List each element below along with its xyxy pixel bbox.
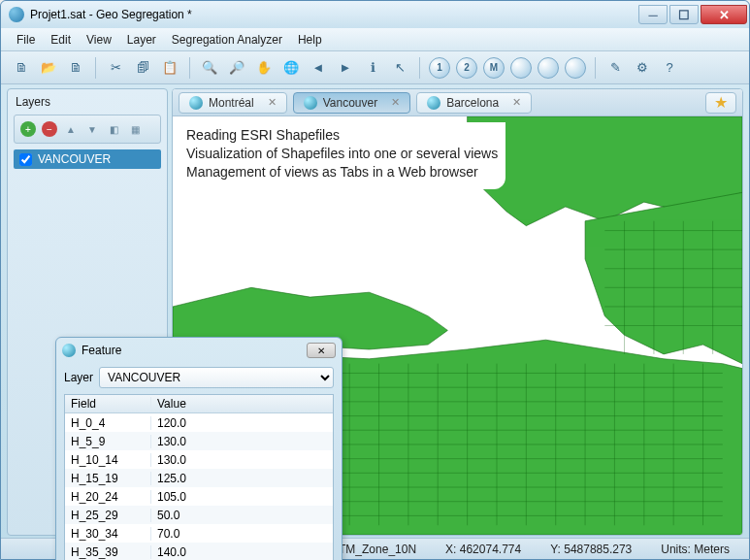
separator <box>189 57 190 79</box>
col-value: Value <box>150 397 333 411</box>
table-row[interactable]: H_30_3470.0 <box>65 524 333 543</box>
table-row[interactable]: H_35_39140.0 <box>65 543 333 560</box>
settings-icon[interactable]: ⚙ <box>632 57 653 79</box>
menu-segregation-analyzer[interactable]: Segregation Analyzer <box>166 31 288 49</box>
tab-label: Barcelona <box>446 96 499 110</box>
move-down-icon[interactable]: ▼ <box>84 121 100 137</box>
tool-1-icon[interactable]: 1 <box>429 57 450 79</box>
status-x: X: 462074.774 <box>445 543 521 556</box>
table-row[interactable]: H_5_9130.0 <box>65 432 333 450</box>
remove-layer-icon[interactable]: − <box>42 121 57 137</box>
table-row[interactable]: H_25_2950.0 <box>65 506 333 524</box>
toolbar: 🗎 📂 🗎 ✂ 🗐 📋 🔍 🔎 ✋ 🌐 ◄ ► ℹ ↖ 1 2 M ✎ ⚙ ? <box>1 51 749 84</box>
menu-layer[interactable]: Layer <box>121 31 162 49</box>
menu-file[interactable]: File <box>11 31 41 49</box>
cut-icon[interactable]: ✂ <box>105 57 126 79</box>
layer-visibility-checkbox[interactable] <box>19 153 32 166</box>
feature-layer-row: Layer VANCOUVER <box>56 363 342 392</box>
tab-barcelona[interactable]: Barcelona ✕ <box>416 92 532 114</box>
overlay-line: Management of views as Tabs in a Web bro… <box>186 163 498 181</box>
close-tab-icon[interactable]: ✕ <box>391 96 400 109</box>
globe-icon[interactable]: 🌐 <box>280 57 302 79</box>
add-layer-icon[interactable]: + <box>20 121 36 137</box>
tool-orb-a-icon[interactable] <box>510 57 532 79</box>
status-units: Units: Meters <box>661 543 730 556</box>
info-icon[interactable]: ℹ <box>362 57 383 79</box>
menubar: File Edit View Layer Segregation Analyze… <box>1 28 749 51</box>
close-tab-icon[interactable]: ✕ <box>268 96 277 109</box>
minimize-button[interactable]: ─ <box>638 5 668 24</box>
feature-dialog-title: Feature <box>82 344 307 357</box>
separator <box>595 57 596 79</box>
table-header-row: Field Value <box>65 395 333 413</box>
feature-icon <box>62 344 76 357</box>
overlay-caption: Reading ESRI Shapefiles Visualization of… <box>179 122 505 189</box>
overlay-line: Reading ESRI Shapefiles <box>186 126 498 145</box>
separator <box>95 57 96 79</box>
layer-item-label: VANCOUVER <box>38 152 111 166</box>
paste-icon[interactable]: 📋 <box>159 57 180 79</box>
layer-action-a-icon[interactable]: ◧ <box>106 121 121 137</box>
feature-dialog-header[interactable]: Feature ✕ <box>56 338 342 363</box>
content-area: Layers + − ▲ ▼ ◧ ▦ VANCOUVER Montréal ✕ <box>1 84 749 538</box>
layers-panel-title: Layers <box>8 89 167 115</box>
overlay-line: Visualization of Shapefiles into one or … <box>186 145 498 163</box>
globe-icon <box>189 96 203 110</box>
tab-vancouver[interactable]: Vancouver ✕ <box>293 92 410 114</box>
feature-layer-select[interactable]: VANCOUVER <box>99 367 334 388</box>
tool-m-icon[interactable]: M <box>483 57 505 79</box>
tool-orb-c-icon[interactable] <box>565 57 586 79</box>
globe-icon <box>427 96 440 110</box>
col-field: Field <box>65 397 150 411</box>
layer-item[interactable]: VANCOUVER <box>14 149 161 169</box>
tool-2-icon[interactable]: 2 <box>456 57 477 79</box>
table-row[interactable]: H_10_14130.0 <box>65 450 333 469</box>
status-y: Y: 5487885.273 <box>550 543 632 556</box>
menu-edit[interactable]: Edit <box>45 31 77 49</box>
globe-icon <box>304 96 317 110</box>
move-up-icon[interactable]: ▲ <box>63 121 79 137</box>
table-row[interactable]: H_0_4120.0 <box>65 413 333 432</box>
tabstrip: Montréal ✕ Vancouver ✕ Barcelona ✕ ★ <box>173 89 742 116</box>
table-row[interactable]: H_15_19125.0 <box>65 469 333 487</box>
pointer-icon[interactable]: ↖ <box>389 57 410 79</box>
forward-icon[interactable]: ► <box>335 57 356 79</box>
maximize-button[interactable]: ☐ <box>669 5 699 24</box>
pan-icon[interactable]: ✋ <box>253 57 275 79</box>
tool-orb-b-icon[interactable] <box>538 57 559 79</box>
help-icon[interactable]: ? <box>659 57 680 79</box>
app-icon <box>9 7 24 22</box>
feature-layer-label: Layer <box>64 371 93 384</box>
back-icon[interactable]: ◄ <box>308 57 329 79</box>
separator <box>419 57 420 79</box>
feature-dialog-close-button[interactable]: ✕ <box>307 343 336 358</box>
copy-icon[interactable]: 🗐 <box>132 57 153 79</box>
close-tab-icon[interactable]: ✕ <box>512 96 521 109</box>
wand-icon[interactable]: ✎ <box>604 57 626 79</box>
tab-label: Montréal <box>209 96 254 110</box>
feature-table: Field Value H_0_4120.0 H_5_9130.0 H_10_1… <box>64 394 334 560</box>
app-window: Projet1.sat - Geo Segregation * ─ ☐ ✕ Fi… <box>0 0 750 560</box>
feature-dialog[interactable]: Feature ✕ Layer VANCOUVER Field Value H_… <box>55 337 342 560</box>
titlebar[interactable]: Projet1.sat - Geo Segregation * ─ ☐ ✕ <box>1 1 749 28</box>
save-icon[interactable]: 🗎 <box>65 57 86 79</box>
menu-help[interactable]: Help <box>292 31 328 49</box>
layer-action-b-icon[interactable]: ▦ <box>127 121 143 137</box>
open-icon[interactable]: 📂 <box>38 57 59 79</box>
tab-montreal[interactable]: Montréal ✕ <box>179 92 287 114</box>
new-icon[interactable]: 🗎 <box>11 57 32 79</box>
close-button[interactable]: ✕ <box>701 5 747 24</box>
zoom-in-icon[interactable]: 🔍 <box>199 57 220 79</box>
new-tab-button[interactable]: ★ <box>705 92 736 114</box>
menu-view[interactable]: View <box>81 31 117 49</box>
layers-toolbar: + − ▲ ▼ ◧ ▦ <box>14 115 161 144</box>
tab-label: Vancouver <box>323 96 377 110</box>
zoom-out-icon[interactable]: 🔎 <box>226 57 247 79</box>
window-title: Projet1.sat - Geo Segregation * <box>30 8 638 21</box>
table-row[interactable]: H_20_24105.0 <box>65 487 333 506</box>
